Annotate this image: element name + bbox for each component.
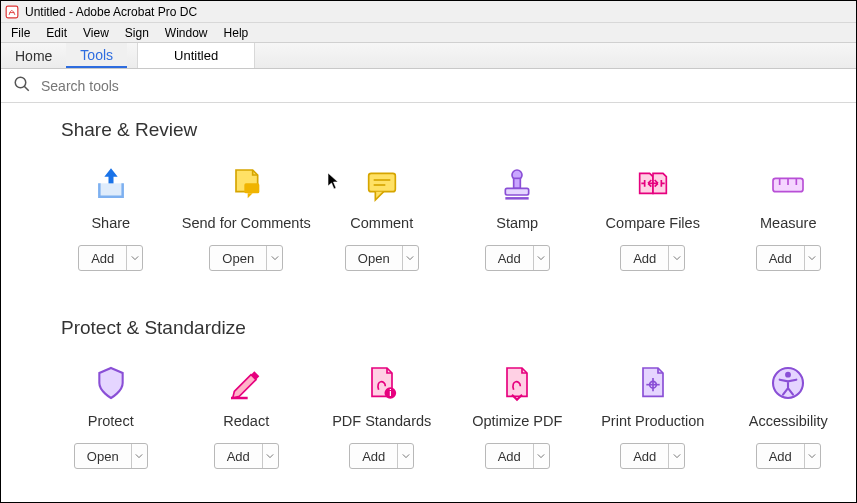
tool-label: Protect: [88, 413, 134, 429]
protect-icon: [91, 361, 131, 405]
tool-label: Measure: [760, 215, 816, 231]
stamp-icon: [497, 163, 537, 207]
tool-action-button[interactable]: Add: [756, 245, 821, 271]
button-label[interactable]: Add: [486, 444, 533, 468]
tools-content: Share & Review Share Add Send for Commen…: [1, 103, 856, 502]
share-icon: [91, 163, 131, 207]
menu-edit[interactable]: Edit: [38, 24, 75, 42]
svg-rect-0: [6, 6, 18, 18]
optimize-pdf-icon: [497, 361, 537, 405]
button-label[interactable]: Add: [757, 444, 804, 468]
svg-rect-4: [368, 173, 395, 191]
button-label[interactable]: Add: [79, 246, 126, 270]
section-title-protect-standardize: Protect & Standardize: [61, 317, 856, 339]
menu-sign[interactable]: Sign: [117, 24, 157, 42]
tab-document-untitled[interactable]: Untitled: [137, 43, 255, 68]
menu-window[interactable]: Window: [157, 24, 216, 42]
chevron-down-icon[interactable]: [533, 246, 549, 270]
window-title: Untitled - Adobe Acrobat Pro DC: [25, 5, 197, 19]
send-comments-icon: [226, 163, 266, 207]
tool-label: Share: [91, 215, 130, 231]
tool-label: Stamp: [496, 215, 538, 231]
tool-print-production[interactable]: Print Production Add: [585, 361, 721, 469]
button-label[interactable]: Open: [210, 246, 266, 270]
button-label[interactable]: Add: [621, 444, 668, 468]
tool-comment[interactable]: Comment Open: [314, 163, 450, 271]
tool-label: Optimize PDF: [472, 413, 562, 429]
tool-pdf-standards[interactable]: i PDF Standards Add: [314, 361, 450, 469]
svg-text:i: i: [389, 388, 391, 398]
menu-view[interactable]: View: [75, 24, 117, 42]
tab-home[interactable]: Home: [1, 43, 66, 68]
chevron-down-icon[interactable]: [131, 444, 147, 468]
tool-action-button[interactable]: Open: [209, 245, 283, 271]
print-production-icon: [633, 361, 673, 405]
tool-accessibility[interactable]: Accessibility Add: [721, 361, 857, 469]
tool-action-button[interactable]: Add: [620, 245, 685, 271]
title-bar: Untitled - Adobe Acrobat Pro DC: [1, 1, 856, 23]
comment-icon: [362, 163, 402, 207]
button-label[interactable]: Add: [757, 246, 804, 270]
tools-grid-protect-standardize: Protect Open Redact Add i PDF Standards …: [61, 361, 856, 469]
tab-bar: Home Tools Untitled: [1, 43, 856, 69]
tool-label: Send for Comments: [182, 215, 311, 231]
tool-measure[interactable]: Measure Add: [721, 163, 857, 271]
chevron-down-icon[interactable]: [126, 246, 142, 270]
tool-label: Print Production: [601, 413, 704, 429]
acrobat-app-icon: [5, 5, 19, 19]
tool-stamp[interactable]: Stamp Add: [450, 163, 586, 271]
menu-help[interactable]: Help: [216, 24, 257, 42]
chevron-down-icon[interactable]: [804, 246, 820, 270]
svg-line-2: [24, 86, 29, 91]
button-label[interactable]: Add: [350, 444, 397, 468]
tool-send-for-comments[interactable]: Send for Comments Open: [179, 163, 315, 271]
chevron-down-icon[interactable]: [668, 246, 684, 270]
section-title-share-review: Share & Review: [61, 119, 856, 141]
tool-action-button[interactable]: Add: [485, 443, 550, 469]
tool-action-button[interactable]: Add: [214, 443, 279, 469]
tool-action-button[interactable]: Add: [485, 245, 550, 271]
tool-label: Redact: [223, 413, 269, 429]
tool-share[interactable]: Share Add: [43, 163, 179, 271]
svg-rect-9: [506, 188, 529, 195]
tool-label: PDF Standards: [332, 413, 431, 429]
chevron-down-icon[interactable]: [668, 444, 684, 468]
tool-action-button[interactable]: Add: [756, 443, 821, 469]
tool-redact[interactable]: Redact Add: [179, 361, 315, 469]
tool-action-button[interactable]: Add: [78, 245, 143, 271]
button-label[interactable]: Add: [621, 246, 668, 270]
chevron-down-icon[interactable]: [533, 444, 549, 468]
tool-action-button[interactable]: Open: [345, 245, 419, 271]
tool-optimize-pdf[interactable]: Optimize PDF Add: [450, 361, 586, 469]
svg-point-22: [785, 372, 791, 378]
tool-protect[interactable]: Protect Open: [43, 361, 179, 469]
tab-tools[interactable]: Tools: [66, 43, 127, 68]
chevron-down-icon[interactable]: [262, 444, 278, 468]
tool-action-button[interactable]: Add: [620, 443, 685, 469]
tool-label: Comment: [350, 215, 413, 231]
svg-rect-3: [245, 183, 260, 193]
button-label[interactable]: Add: [486, 246, 533, 270]
svg-rect-8: [514, 178, 521, 188]
chevron-down-icon[interactable]: [402, 246, 418, 270]
search-input[interactable]: [41, 78, 844, 94]
chevron-down-icon[interactable]: [804, 444, 820, 468]
tool-label: Accessibility: [749, 413, 828, 429]
chevron-down-icon[interactable]: [266, 246, 282, 270]
menu-file[interactable]: File: [3, 24, 38, 42]
pdf-standards-icon: i: [362, 361, 402, 405]
button-label[interactable]: Open: [75, 444, 131, 468]
search-icon: [13, 75, 31, 97]
menu-bar: File Edit View Sign Window Help: [1, 23, 856, 43]
tool-action-button[interactable]: Add: [349, 443, 414, 469]
button-label[interactable]: Open: [346, 246, 402, 270]
accessibility-icon: [768, 361, 808, 405]
search-bar: [1, 69, 856, 103]
button-label[interactable]: Add: [215, 444, 262, 468]
tools-grid-share-review: Share Add Send for Comments Open Comment…: [61, 163, 856, 271]
chevron-down-icon[interactable]: [397, 444, 413, 468]
tool-compare-files[interactable]: Compare Files Add: [585, 163, 721, 271]
measure-icon: [768, 163, 808, 207]
tool-action-button[interactable]: Open: [74, 443, 148, 469]
svg-point-1: [15, 77, 26, 88]
